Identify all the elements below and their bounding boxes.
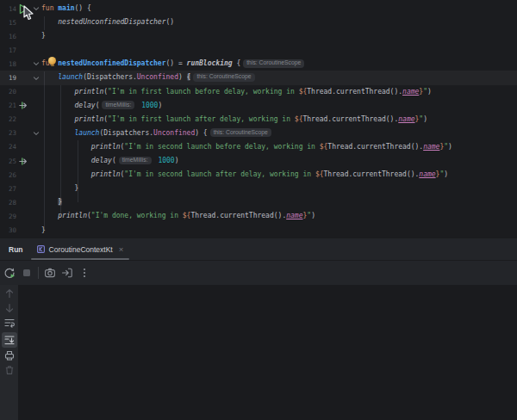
code-text: println("I'm in second launch after dela… — [41, 168, 448, 182]
code-text: println("I'm done, working in ${Thread.c… — [41, 209, 315, 223]
line-number[interactable]: 23 — [0, 129, 16, 137]
more-options-icon[interactable] — [78, 267, 90, 280]
inlay-hint: this: CoroutineScope — [243, 59, 304, 68]
inlay-hint: timeMillis: — [102, 101, 134, 109]
line-number[interactable]: 24 — [0, 143, 16, 151]
run-console[interactable] — [0, 285, 517, 420]
code-text: } — [41, 224, 46, 238]
code-line[interactable]: 25 delay(timeMillis: 1000) — [0, 154, 517, 168]
mouse-cursor — [23, 5, 34, 22]
code-line[interactable]: 20 println("I'm in first launch before d… — [0, 85, 517, 99]
fold-chevron-down-icon[interactable] — [30, 60, 41, 67]
code-text: launch(Dispatchers.Unconfined) {this: Co… — [41, 71, 258, 84]
toolbar-divider — [38, 267, 39, 279]
line-number[interactable]: 29 — [0, 213, 16, 220]
run-tab-coroutinecontextkt[interactable]: CoroutineContextKt × — [31, 238, 130, 260]
line-number[interactable]: 20 — [0, 88, 16, 96]
line-number[interactable]: 21 — [0, 102, 16, 109]
line-number[interactable]: 30 — [0, 226, 16, 234]
line-number[interactable]: 22 — [0, 115, 16, 123]
code-line[interactable]: 27 } — [0, 182, 517, 195]
line-number[interactable]: 28 — [0, 199, 16, 207]
code-line[interactable]: 15 nestedUnconfinedDispatcher() — [0, 15, 517, 29]
code-text: } — [41, 195, 62, 209]
line-number[interactable]: 19 — [0, 74, 16, 82]
inlay-hint: this: CoroutineScope — [193, 73, 254, 82]
line-number[interactable]: 18 — [0, 60, 16, 68]
code-line[interactable]: 29 println("I'm done, working in ${Threa… — [0, 209, 517, 223]
attach-to-process-icon[interactable] — [60, 267, 73, 280]
code-text: delay(timeMillis: 1000) — [41, 99, 162, 113]
code-text: launch(Dispatchers.Unconfined) {this: Co… — [41, 127, 274, 140]
code-line[interactable]: 30} — [0, 224, 517, 238]
kotlin-file-icon — [37, 245, 45, 253]
down-stack-icon[interactable] — [4, 303, 15, 313]
fold-chevron-down-icon[interactable] — [30, 75, 41, 82]
code-text: nestedUnconfinedDispatcher() — [41, 15, 174, 29]
line-number[interactable]: 26 — [0, 171, 16, 179]
code-line[interactable]: 22 println("I'm in first launch after de… — [0, 113, 517, 127]
code-line[interactable]: 17 — [0, 43, 517, 57]
thread-dump-camera-icon[interactable] — [43, 267, 56, 280]
console-side-toolbar — [0, 285, 18, 420]
code-line[interactable]: 31 — [0, 238, 517, 238]
code-line[interactable]: 24 println("I'm in second launch before … — [0, 140, 517, 154]
code-editor[interactable]: 14fun main() {15 nestedUnconfinedDispatc… — [0, 0, 517, 238]
line-number[interactable]: 16 — [0, 33, 16, 40]
close-icon[interactable]: × — [119, 245, 124, 254]
code-text: println("I'm in first launch after delay… — [41, 113, 427, 127]
code-text: println("I'm in second launch before del… — [41, 140, 452, 154]
fold-chevron-down-icon[interactable] — [30, 130, 41, 137]
print-icon[interactable] — [4, 350, 15, 361]
code-text: } — [41, 29, 46, 43]
code-text: delay(timeMillis: 1000) — [41, 154, 178, 168]
code-line[interactable]: 14fun main() { — [0, 2, 517, 15]
editor-lines: 14fun main() {15 nestedUnconfinedDispatc… — [0, 2, 517, 238]
suspend-point-icon — [16, 157, 30, 166]
code-text: fun main() { — [41, 2, 91, 15]
run-toolwindow-title: Run — [9, 245, 23, 254]
line-number[interactable]: 15 — [0, 19, 16, 27]
run-tab-label: CoroutineContextKt — [49, 245, 113, 254]
up-stack-icon[interactable] — [4, 288, 15, 299]
code-line[interactable]: 21 delay(timeMillis: 1000) — [0, 99, 517, 113]
suspend-point-icon — [16, 101, 30, 110]
intention-bulb-icon[interactable] — [48, 57, 57, 66]
line-number[interactable]: 14 — [0, 5, 16, 13]
line-number[interactable]: 17 — [0, 46, 16, 54]
rerun-icon[interactable] — [3, 267, 16, 280]
clear-all-icon[interactable] — [4, 365, 15, 375]
code-line[interactable]: 18fun nestedUnconfinedDispatcher() = run… — [0, 57, 517, 71]
code-line[interactable]: 23 launch(Dispatchers.Unconfined) {this:… — [0, 127, 517, 140]
code-line[interactable]: 19 launch(Dispatchers.Unconfined) {this:… — [0, 71, 517, 84]
console-output — [18, 285, 517, 420]
soft-wrap-icon[interactable] — [4, 318, 15, 328]
line-number[interactable]: 25 — [0, 158, 16, 165]
stop-icon[interactable] — [20, 267, 33, 280]
scroll-to-end-icon[interactable] — [2, 332, 17, 348]
code-line[interactable]: 28 } — [0, 195, 517, 209]
run-toolbar — [0, 260, 517, 285]
code-line[interactable]: 26 println("I'm in second launch after d… — [0, 168, 517, 182]
code-line[interactable]: 16} — [0, 29, 517, 43]
inlay-hint: this: CoroutineScope — [210, 128, 271, 137]
inlay-hint: timeMillis: — [119, 157, 152, 165]
code-text: } — [41, 182, 78, 195]
code-text: fun nestedUnconfinedDispatcher() = runBl… — [41, 57, 307, 71]
line-number[interactable]: 27 — [0, 185, 16, 193]
code-text: println("I'm in first launch before dela… — [41, 85, 432, 99]
run-toolwindow-header: Run CoroutineContextKt × — [0, 238, 517, 260]
